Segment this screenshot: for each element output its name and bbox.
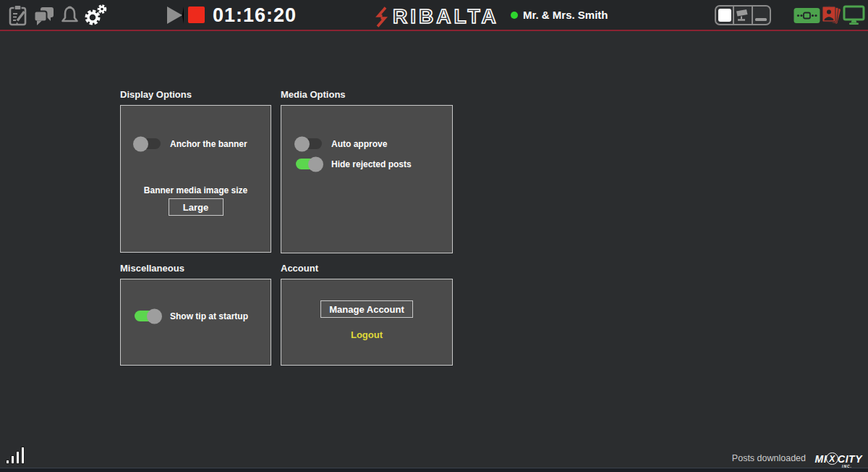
banner-view-square [718,9,731,22]
brand-name: RIBALTA [393,5,499,28]
brand-logo: RIBALTA [373,5,499,28]
account-section: Account Manage Account Logout [281,263,453,366]
notifications-bell-icon[interactable] [60,5,80,26]
media-options-title: Media Options [281,89,453,100]
mixcity-x-circle: X [826,452,838,465]
anchor-banner-toggle[interactable] [135,138,161,149]
app-window: 01:16:20 RIBALTA Mr. & Mrs. Smith [0,0,868,472]
camera-view-icon[interactable] [733,7,751,24]
display-options-panel: Anchor the banner Banner media image siz… [120,105,271,253]
miscellaneous-title: Miscellaneous [120,263,271,274]
notes-edit-icon[interactable] [8,4,27,27]
display-options-title: Display Options [120,89,271,100]
account-title: Account [281,263,453,274]
online-status-dot [511,12,518,19]
window-bottom-edge [0,468,868,472]
anchor-banner-label: Anchor the banner [170,139,247,149]
toggle-knob [147,308,162,324]
banner-size-label: Banner media image size [121,185,271,195]
play-icon[interactable] [167,7,184,24]
hide-rejected-posts-label: Hide rejected posts [331,159,412,169]
toggle-knob [133,136,148,151]
monitor-icon[interactable] [843,5,865,25]
view-mode-segmented-control [715,5,771,25]
session-timer: 01:16:20 [213,4,297,27]
show-tip-toggle[interactable] [135,311,161,321]
banner-size-button[interactable]: Large [169,198,224,216]
user-name: Mr. & Mrs. Smith [523,9,608,21]
signal-bar [6,460,9,464]
toggle-knob [294,136,310,151]
miscellaneous-panel: Show tip at startup [120,279,271,366]
signal-bar [21,447,25,464]
strip-view-icon[interactable] [752,7,770,24]
posts-downloaded-label: Posts downloaded [732,453,806,463]
mixcity-left: MI [815,453,827,465]
manage-account-button[interactable]: Manage Account [320,300,413,318]
toggle-knob [308,156,323,172]
stop-icon[interactable] [188,7,205,23]
auto-approve-label: Auto approve [331,139,387,149]
hide-rejected-posts-toggle[interactable] [296,159,322,169]
settings-gear-icon[interactable] [82,3,107,28]
strip-view-bar [755,18,767,21]
banner-view-icon[interactable] [716,7,733,24]
signal-strength-icon [6,447,25,464]
mixcity-logo: MI X CITY INC. [815,452,862,465]
display-options-section: Display Options Anchor the banner Banner… [120,89,271,253]
user-chip[interactable]: Mr. & Mrs. Smith [511,9,608,21]
auto-approve-toggle[interactable] [296,138,322,149]
media-options-panel: Auto approve Hide rejected posts [281,105,453,253]
mixcity-right: CITY [838,453,862,465]
show-tip-label: Show tip at startup [170,311,248,321]
account-panel: Manage Account Logout [281,279,453,366]
photo-stack-icon[interactable] [820,4,842,26]
media-options-section: Media Options Auto approve Hide rejected… [281,89,453,253]
logout-button[interactable]: Logout [281,329,452,340]
chat-icon[interactable] [33,7,54,26]
topbar: 01:16:20 RIBALTA Mr. & Mrs. Smith [0,0,868,31]
miscellaneous-section: Miscellaneous Show tip at startup [120,263,271,366]
signal-bar [11,455,14,464]
brand-s-icon [373,7,390,28]
cctv-camera-glyph [735,9,751,22]
signal-bar [16,451,20,464]
cassette-icon[interactable] [793,7,820,25]
